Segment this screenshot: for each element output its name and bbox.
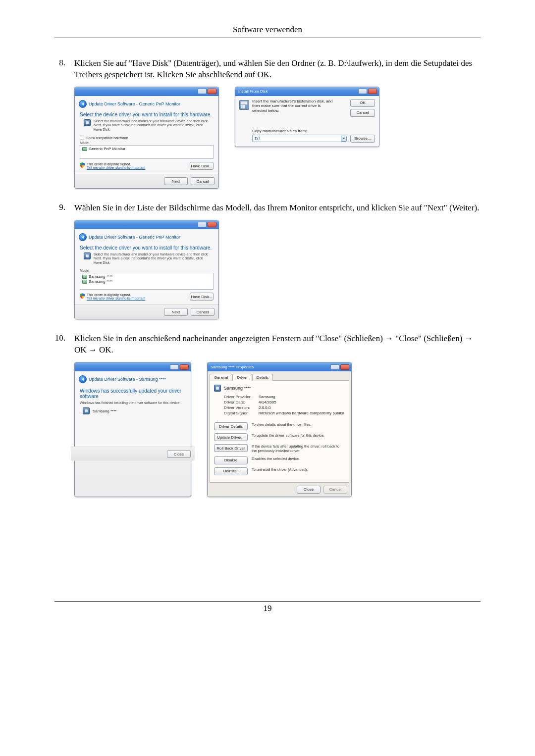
update-driver-dialog-1: Update Driver Software - Generic PnP Mon… — [74, 87, 219, 189]
cancel-button[interactable]: Cancel — [191, 177, 214, 185]
cancel-button[interactable]: Cancel — [323, 486, 347, 494]
signer-label: Digital Signer: — [224, 411, 259, 415]
compatible-checkbox[interactable] — [80, 136, 84, 140]
monitor-icon — [82, 147, 87, 151]
back-button[interactable] — [79, 233, 87, 241]
back-button[interactable] — [79, 375, 87, 383]
dialog-instruction: Select the manufacturer and model of you… — [84, 119, 210, 132]
step-10-images: Update Driver Software - Samsung **** Wi… — [74, 362, 481, 497]
titlebar — [75, 220, 218, 229]
device-name: Samsung **** — [224, 386, 251, 391]
chip-icon — [84, 119, 91, 126]
success-heading: Windows has successfully updated your dr… — [80, 388, 187, 399]
dialog-heading: Select the device driver you want to ins… — [80, 245, 214, 251]
breadcrumb-text: Update Driver Software - Samsung **** — [89, 377, 166, 382]
step-9-text: Wählen Sie in der Liste der Bildschirme … — [74, 202, 479, 214]
step-8: 8. Klicken Sie auf "Have Disk" (Datenträ… — [54, 58, 481, 81]
signing-info-link[interactable]: Tell me why driver signing is important — [87, 297, 145, 300]
step-10-text: Klicken Sie in den anschießend nacheinan… — [74, 333, 481, 356]
model-header: Model — [80, 269, 214, 272]
date-value: 4/14/2005 — [259, 400, 276, 404]
update-driver-button[interactable]: Update Driver... — [214, 433, 248, 441]
close-button[interactable] — [180, 364, 189, 370]
close-button[interactable] — [208, 89, 216, 94]
window-controls — [198, 89, 216, 94]
dialog-heading: Select the device driver you want to ins… — [80, 112, 214, 117]
next-button[interactable]: Next — [164, 177, 188, 185]
rollback-driver-button[interactable]: Roll Back Driver — [214, 444, 248, 452]
breadcrumb-text: Update Driver Software - Generic PnP Mon… — [89, 235, 180, 240]
path-value: D:\ — [255, 136, 261, 141]
header-rule — [54, 38, 481, 38]
titlebar — [75, 362, 191, 371]
uninstall-desc: To uninstall the driver (Advanced). — [252, 467, 308, 472]
list-item[interactable]: Samsung **** — [82, 279, 211, 284]
step-10-number: 10. — [54, 333, 74, 356]
list-item-label: Generic PnP Monitor — [89, 147, 125, 151]
instruction-text: Select the manufacturer and model of you… — [94, 252, 210, 265]
rollback-driver-desc: If the device fails after updating the d… — [252, 444, 345, 454]
tab-details[interactable]: Details — [252, 374, 273, 381]
titlebar: Install From Disk — [235, 87, 379, 96]
step-8-text: Klicken Sie auf "Have Disk" (Datenträger… — [74, 58, 481, 81]
close-button-bottom[interactable]: Close — [167, 450, 191, 458]
cancel-button[interactable]: Cancel — [191, 308, 214, 316]
monitor-icon — [82, 275, 87, 279]
minimize-button[interactable] — [170, 364, 179, 370]
minimize-button[interactable] — [198, 89, 207, 94]
chip-icon — [84, 252, 91, 259]
uninstall-button[interactable]: Uninstall — [214, 467, 248, 475]
step-9-number: 9. — [54, 202, 74, 214]
cancel-button[interactable]: Cancel — [350, 109, 375, 117]
date-label: Driver Date: — [224, 400, 259, 404]
tab-general[interactable]: General — [210, 374, 232, 381]
model-header: Model — [80, 141, 214, 145]
list-item-label: Samsung **** — [89, 274, 112, 279]
page-header: Software verwenden — [54, 25, 481, 38]
have-disk-button[interactable]: Have Disk... — [190, 293, 214, 301]
shield-icon — [80, 162, 85, 168]
device-properties-dialog: Samsung **** Properties General Driver D… — [207, 362, 352, 497]
chip-icon — [83, 407, 90, 414]
breadcrumb-text: Update Driver Software - Generic PnP Mon… — [89, 101, 180, 106]
install-instruction: Insert the manufacturer's installation d… — [252, 99, 336, 113]
help-button[interactable] — [330, 364, 339, 370]
instruction-text: Select the manufacturer and model of you… — [94, 119, 210, 132]
dropdown-arrow-icon[interactable] — [341, 136, 347, 142]
list-item[interactable]: Generic PnP Monitor — [82, 147, 211, 151]
tabs: General Driver Details — [208, 371, 351, 380]
tab-panel-driver: Samsung **** Driver Provider:Samsung Dri… — [210, 380, 349, 483]
next-button[interactable]: Next — [164, 308, 188, 316]
compatible-label: Show compatible hardware — [86, 136, 128, 140]
model-listbox[interactable]: Samsung **** Samsung **** — [80, 273, 214, 290]
minimize-button[interactable] — [358, 89, 367, 94]
close-button-bottom[interactable]: Close — [297, 486, 321, 494]
ok-button[interactable]: OK — [350, 99, 375, 107]
signing-info-link[interactable]: Tell me why driver signing is important — [87, 166, 145, 169]
floppy-icon — [239, 100, 249, 110]
monitor-icon — [82, 280, 87, 284]
list-item[interactable]: Samsung **** — [82, 274, 211, 279]
close-button[interactable] — [340, 364, 349, 370]
minimize-button[interactable] — [198, 222, 207, 227]
step-10: 10. Klicken Sie in den anschießend nache… — [54, 333, 481, 356]
browse-button[interactable]: Browse... — [350, 135, 375, 143]
driver-details-button[interactable]: Driver Details — [214, 422, 248, 430]
update-success-dialog: Update Driver Software - Samsung **** Wi… — [74, 362, 191, 497]
step-9: 9. Wählen Sie in der Liste der Bildschir… — [54, 202, 481, 214]
breadcrumb: Update Driver Software - Generic PnP Mon… — [79, 99, 214, 111]
signed-text: This driver is digitally signed. — [87, 293, 145, 297]
close-button[interactable] — [208, 222, 216, 227]
back-button[interactable] — [79, 100, 87, 108]
update-driver-desc: To update the driver software for this d… — [252, 433, 324, 438]
footer-rule — [54, 601, 481, 602]
tab-driver[interactable]: Driver — [232, 374, 252, 381]
disable-button[interactable]: Disable — [214, 456, 248, 464]
close-button[interactable] — [368, 89, 377, 94]
model-listbox[interactable]: Generic PnP Monitor — [80, 145, 214, 159]
version-label: Driver Version: — [224, 405, 259, 410]
step-8-images: Update Driver Software - Generic PnP Mon… — [74, 87, 481, 189]
path-combobox[interactable]: D:\ — [252, 135, 348, 142]
provider-value: Samsung — [259, 395, 275, 399]
have-disk-button[interactable]: Have Disk... — [190, 162, 214, 170]
